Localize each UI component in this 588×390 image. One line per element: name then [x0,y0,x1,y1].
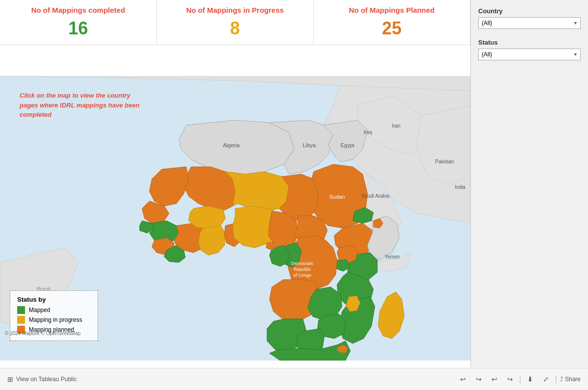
svg-text:Sudan: Sudan [329,194,345,200]
copyright-text: © 2024 Mapbox © OpenStreetMap [5,331,80,336]
bottom-right: ↩ ↪ ↩ ↪ ⬇ ⤢ ⤴ Share [457,373,581,385]
stat-card-planned: No of Mappings Planned 25 [314,0,470,45]
share-button[interactable]: ⤴ Share [560,376,581,383]
stats-bar: No of Mappings completed 16 No of Mappin… [0,0,470,45]
legend-title: Status by [17,296,91,303]
legend-label-progress: Mapping in progress [29,316,82,323]
svg-text:Saudi Arabia: Saudi Arabia [362,193,390,199]
status-select-wrapper[interactable]: (All) [478,49,581,60]
country-filter-group: Country (All) [478,7,581,29]
map-area[interactable]: Click on the map to view the country pag… [0,76,470,361]
bottom-left: ⊞ View on Tableau Public [7,375,77,383]
download-button[interactable]: ⬇ [524,373,536,385]
bottom-bar: ⊞ View on Tableau Public ↩ ↪ ↩ ↪ ⬇ ⤢ ⤴ S… [0,368,588,390]
right-panel: Country (All) Status (All) [470,0,588,390]
undo2-button[interactable]: ↩ [489,373,500,385]
legend-item-progress: Mapping in progress [17,316,91,324]
divider [520,375,520,383]
stat-value-planned: 25 [323,18,460,39]
stat-label-completed: No of Mappings completed [10,6,147,14]
redo-button[interactable]: ↪ [473,373,485,385]
stat-card-progress: No of Mappings in Progress 8 [157,0,314,45]
legend-label-mapped: Mapped [29,307,50,313]
country-select[interactable]: (All) [478,17,581,29]
svg-text:Libya: Libya [303,142,316,148]
share-icon: ⤴ [560,376,563,383]
expand-button[interactable]: ⤢ [540,373,552,385]
svg-text:Algeria: Algeria [223,142,240,148]
status-filter-label: Status [478,39,581,46]
svg-text:of Congo: of Congo [294,273,312,278]
stat-value-progress: 8 [167,18,303,39]
status-filter-group: Status (All) [478,39,581,60]
redo2-button[interactable]: ↪ [504,373,516,385]
share-label: Share [565,376,581,383]
map-instruction: Click on the map to view the country pag… [20,91,147,120]
svg-text:Pakistan: Pakistan [435,159,454,164]
legend-color-mapped [17,306,25,314]
svg-text:Egypt: Egypt [341,142,354,148]
status-select[interactable]: (All) [478,49,581,60]
grid-icon: ⊞ [7,375,13,383]
svg-text:Democratic: Democratic [291,261,314,266]
svg-text:India: India [455,184,466,190]
svg-text:Yemen: Yemen [385,254,400,260]
divider2 [556,375,556,383]
stat-label-progress: No of Mappings in Progress [167,6,303,14]
legend-item-mapped: Mapped [17,306,91,314]
tableau-link[interactable]: View on Tableau Public [16,376,77,383]
stat-card-completed: No of Mappings completed 16 [0,0,157,45]
stat-label-planned: No of Mappings Planned [323,6,460,14]
svg-text:Republic: Republic [294,267,311,272]
stat-value-completed: 16 [10,18,147,39]
svg-text:Iran: Iran [392,123,400,129]
country-select-wrapper[interactable]: (All) [478,17,581,29]
legend-color-progress [17,316,25,324]
country-filter-label: Country [478,7,581,15]
svg-text:Iraq: Iraq [364,130,372,135]
main-container: No of Mappings completed 16 No of Mappin… [0,0,588,390]
undo-button[interactable]: ↩ [457,373,469,385]
